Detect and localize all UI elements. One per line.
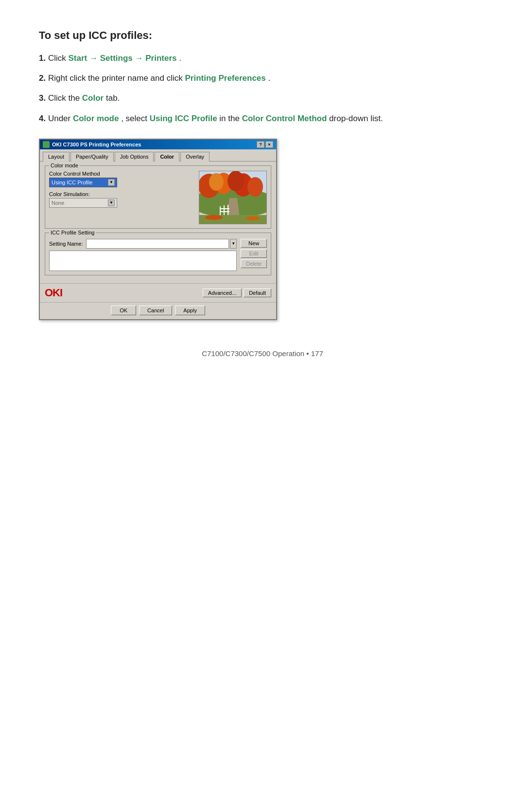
svg-point-5	[247, 177, 263, 197]
step-1-after: .	[179, 54, 181, 63]
step-1-settings: Settings	[100, 54, 133, 63]
icc-buttons: New Edit Delete	[241, 239, 267, 271]
color-control-dropdown[interactable]: Using ICC Profile ▼	[49, 178, 117, 187]
apply-button[interactable]: Apply	[175, 306, 205, 315]
dialog-title: OKI C7300 PS Printing Preferences	[52, 142, 141, 147]
edit-button[interactable]: Edit	[241, 249, 267, 258]
tab-layout[interactable]: Layout	[43, 152, 70, 162]
color-simulation-dropdown[interactable]: None ▼	[49, 198, 117, 208]
step-3-number: 3.	[39, 93, 46, 103]
tab-overlay[interactable]: Overlay	[180, 152, 210, 162]
cancel-button[interactable]: Cancel	[139, 306, 172, 315]
color-simulation-value: None	[52, 200, 64, 206]
svg-rect-9	[220, 206, 221, 215]
step-1-arrow2: →	[135, 54, 145, 63]
step-4-color-mode: Color mode	[73, 114, 119, 123]
color-mode-group: Color mode Color Control Method Using IC…	[45, 165, 271, 229]
default-button[interactable]: Default	[244, 289, 271, 297]
step-1: 1. Click Start → Settings → Printers .	[39, 52, 486, 65]
steps-list: 1. Click Start → Settings → Printers . 2…	[39, 52, 486, 125]
help-button[interactable]: ?	[257, 141, 264, 148]
titlebar-icon	[43, 141, 50, 148]
color-mode-content: Color Control Method Using ICC Profile ▼…	[49, 171, 267, 224]
step-1-printers: Printers	[145, 54, 176, 63]
svg-rect-11	[228, 205, 228, 215]
step-1-before: Click	[48, 54, 69, 63]
setting-name-label: Setting Name:	[49, 241, 83, 247]
icc-text-area[interactable]	[49, 251, 237, 271]
titlebar-controls[interactable]: ? ×	[257, 141, 273, 148]
dropdown2-arrow[interactable]: ▼	[108, 199, 115, 206]
svg-point-7	[228, 171, 244, 191]
icc-profile-group: ICC Profile Setting Setting Name: ▼	[45, 233, 271, 275]
svg-rect-12	[220, 208, 229, 209]
footer-text: C7100/C7300/C7500 Operation • 177	[202, 349, 323, 358]
svg-rect-10	[224, 205, 225, 215]
color-simulation-label: Color Simulation:	[49, 191, 194, 197]
dialog-body: Color mode Color Control Method Using IC…	[40, 162, 276, 283]
tab-paper-quality[interactable]: Paper/Quality	[70, 152, 114, 162]
svg-point-16	[246, 217, 260, 220]
icc-left: Setting Name: ▼	[49, 239, 237, 271]
color-mode-label: Color mode	[49, 162, 80, 168]
step-3-after: tab.	[106, 93, 120, 103]
step-4-before: Under	[48, 114, 73, 123]
step-2-before: Right click the printer name and click	[48, 73, 185, 83]
section-title: To set up ICC profiles:	[39, 29, 486, 42]
icc-section-label: ICC Profile Setting	[49, 230, 96, 235]
step-2-printing-preferences: Printing Preferences	[185, 73, 265, 83]
advanced-button[interactable]: Advanced...	[203, 289, 242, 297]
setting-name-dropdown-arrow[interactable]: ▼	[230, 239, 237, 249]
page-content: To set up ICC profiles: 1. Click Start →…	[0, 0, 525, 387]
dropdown1-arrow[interactable]: ▼	[108, 179, 115, 186]
setting-name-row: Setting Name: ▼	[49, 239, 237, 249]
close-button[interactable]: ×	[265, 141, 273, 148]
step-1-arrow1: →	[89, 54, 100, 63]
svg-point-15	[205, 215, 223, 220]
autumn-svg	[199, 171, 267, 224]
page-footer: C7100/C7300/C7500 Operation • 177	[39, 349, 486, 358]
setting-name-input[interactable]	[86, 239, 229, 249]
preview-image	[199, 171, 267, 224]
step-1-number: 1.	[39, 54, 46, 63]
step-3-before: Click the	[48, 93, 82, 103]
step-2-number: 2.	[39, 73, 46, 83]
ok-button[interactable]: OK	[111, 306, 136, 315]
svg-point-6	[209, 173, 224, 191]
step-2: 2. Right click the printer name and clic…	[39, 72, 486, 85]
setting-name-input-row: ▼	[86, 239, 237, 249]
title-text: To set up ICC profiles:	[39, 29, 152, 41]
step-4-after: drop-down list.	[329, 114, 383, 123]
step-4-number: 4.	[39, 114, 46, 123]
svg-rect-13	[220, 211, 229, 212]
dialog-tabs: Layout Paper/Quality Job Options Color O…	[40, 149, 276, 162]
oki-logo: OKI	[45, 287, 62, 299]
delete-button[interactable]: Delete	[241, 259, 267, 268]
step-3: 3. Click the Color tab.	[39, 91, 486, 105]
step-1-start: Start	[68, 54, 87, 63]
step-3-color: Color	[82, 93, 104, 103]
step-4-color-control: Color Control Method	[242, 114, 327, 123]
step-4: 4. Under Color mode , select Using ICC P…	[39, 112, 486, 125]
dialog-box: OKI C7300 PS Printing Preferences ? × La…	[39, 139, 277, 320]
step-2-after: .	[268, 73, 271, 83]
new-button[interactable]: New	[241, 239, 267, 248]
titlebar-left: OKI C7300 PS Printing Preferences	[43, 141, 141, 148]
dialog-wrapper: OKI C7300 PS Printing Preferences ? × La…	[39, 139, 486, 320]
color-control-method-label: Color Control Method	[49, 171, 194, 177]
step-4-mid1: , select	[121, 114, 150, 123]
step-4-using-icc: Using ICC Profile	[150, 114, 217, 123]
color-control-value: Using ICC Profile	[52, 180, 92, 185]
dialog-titlebar: OKI C7300 PS Printing Preferences ? ×	[40, 140, 276, 149]
step-4-mid2: in the	[219, 114, 242, 123]
icc-inner-layout: Setting Name: ▼ New Edit Delete	[49, 239, 267, 271]
dialog-action-row: OK Cancel Apply	[40, 302, 276, 319]
color-mode-left: Color Control Method Using ICC Profile ▼…	[49, 171, 194, 224]
tab-job-options[interactable]: Job Options	[115, 152, 154, 162]
dialog-footer-bar: OKI Advanced... Default	[40, 283, 276, 302]
footer-buttons: Advanced... Default	[203, 289, 271, 297]
tab-color[interactable]: Color	[155, 152, 179, 162]
